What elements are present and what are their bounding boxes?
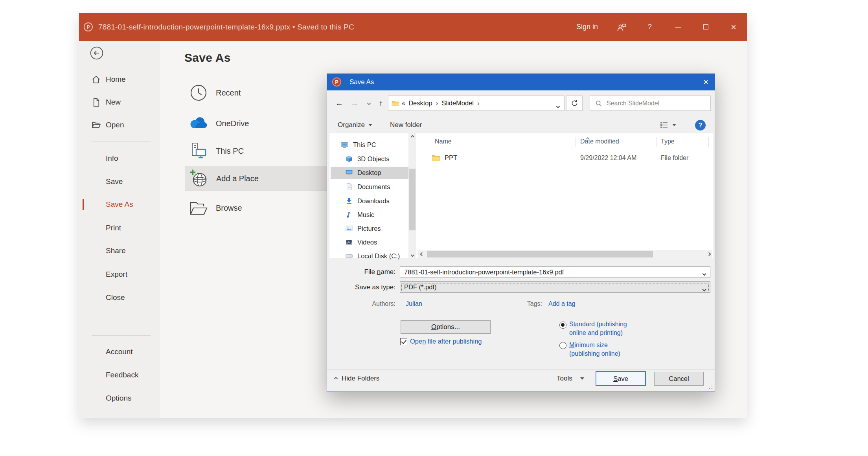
scroll-right-icon[interactable] (705, 250, 712, 258)
view-mode-button[interactable] (659, 117, 676, 133)
add-a-tag-link[interactable]: Add a tag (548, 300, 576, 307)
sidebar-divider (92, 142, 151, 142)
column-header-name[interactable]: Name (435, 136, 452, 147)
column-header-type[interactable]: Type (661, 136, 675, 147)
optimize-minimum-label[interactable]: Minimum size (publishing online) (569, 341, 620, 358)
refresh-button[interactable] (566, 96, 583, 111)
help-ribbon-icon[interactable]: ? (645, 13, 655, 41)
cancel-button[interactable]: Cancel (654, 372, 704, 386)
optimize-standard-label[interactable]: Standard (publishing online and printing… (569, 320, 627, 337)
sidebar-item-save[interactable]: Save (79, 174, 160, 189)
sidebar-item-save-as[interactable]: Save As (79, 197, 160, 212)
sidebar-item-open[interactable]: Open (79, 118, 160, 132)
column-header-date-modified[interactable]: Date modified (580, 136, 619, 147)
organize-menu[interactable]: Organize (338, 117, 372, 133)
tree-item-pictures[interactable]: Pictures (331, 222, 408, 235)
add-place-icon (188, 168, 210, 189)
options-button[interactable]: Options... (401, 320, 491, 334)
sign-in-button[interactable]: Sign in (576, 13, 598, 41)
chevron-down-icon[interactable] (703, 285, 706, 292)
breadcrumb[interactable]: « Desktop › SlideModel › (388, 96, 565, 111)
help-icon[interactable]: ? (695, 120, 706, 131)
column-divider[interactable] (576, 137, 576, 147)
authors-value[interactable]: Julian (406, 300, 422, 307)
place-this-pc[interactable]: This PC (185, 138, 334, 164)
search-box[interactable] (590, 96, 711, 111)
sidebar-item-account[interactable]: Account (79, 344, 160, 359)
scrollbar-thumb[interactable] (427, 251, 653, 257)
tree-item-3d-objects[interactable]: 3D Objects (331, 153, 408, 165)
dialog-close-icon[interactable]: × (703, 74, 708, 90)
breadcrumb-item-slidemodel[interactable]: SlideModel (441, 99, 474, 107)
resize-grip[interactable] (708, 385, 713, 390)
tree-item-documents[interactable]: Documents (331, 181, 408, 193)
new-folder-button[interactable]: New folder (390, 117, 422, 133)
sidebar-item-export[interactable]: Export (79, 267, 160, 282)
sidebar-item-feedback[interactable]: Feedback (79, 368, 160, 382)
tree-item-downloads[interactable]: Downloads (331, 195, 408, 207)
sidebar-item-close[interactable]: Close (79, 290, 160, 305)
save-button[interactable]: Save (596, 371, 646, 386)
scroll-down-icon[interactable] (408, 251, 416, 258)
sidebar-item-print[interactable]: Print (79, 221, 160, 235)
optimize-standard-radio[interactable] (559, 322, 566, 329)
back-button[interactable] (90, 46, 103, 60)
dialog-title: Save As (349, 74, 374, 90)
save-as-type-label: Save as type: (327, 283, 395, 291)
tools-menu[interactable]: Tools (557, 375, 584, 382)
file-row-ppt[interactable]: PPT 9/29/2022 12:04 AM File folder (418, 152, 712, 164)
sidebar-item-new[interactable]: New (79, 95, 160, 110)
new-document-icon (91, 97, 101, 107)
chevron-down-icon (368, 124, 372, 126)
optimize-minimum-radio[interactable] (559, 342, 566, 349)
chevron-down-icon (580, 377, 584, 380)
column-divider[interactable] (708, 137, 709, 147)
search-input[interactable] (607, 100, 697, 107)
nav-up-icon[interactable]: ↑ (375, 96, 386, 111)
save-as-type-select[interactable]: PDF (*.pdf) (400, 281, 710, 293)
tree-item-music[interactable]: Music (331, 209, 408, 221)
powerpoint-app-icon: P (84, 22, 93, 31)
column-divider[interactable] (656, 137, 657, 147)
tree-scrollbar[interactable] (408, 133, 416, 258)
close-button[interactable]: × (729, 13, 738, 41)
presenter-share-icon[interactable] (616, 13, 627, 41)
hide-folders-button[interactable]: Hide Folders (335, 375, 379, 382)
list-horizontal-scrollbar[interactable] (418, 250, 712, 258)
file-name-field[interactable] (400, 266, 710, 278)
nav-forward-icon[interactable]: → (349, 96, 360, 111)
sidebar-item-home[interactable]: Home (79, 72, 160, 87)
chevron-down-icon[interactable] (703, 270, 706, 277)
file-name-input[interactable] (400, 268, 691, 276)
place-add-a-place[interactable]: Add a Place (185, 166, 329, 191)
nav-back-icon[interactable]: ← (334, 96, 344, 111)
sidebar-item-options[interactable]: Options (79, 391, 160, 406)
titlebar-controls: Sign in ? × (576, 13, 738, 41)
scrollbar-thumb[interactable] (409, 169, 416, 230)
breadcrumb-collapse[interactable]: « (402, 99, 405, 107)
breadcrumb-item-desktop[interactable]: Desktop (408, 99, 432, 107)
open-after-publishing-checkbox[interactable] (400, 338, 407, 345)
minimize-button[interactable] (673, 13, 682, 41)
explorer-pane: This PC 3D Objects Desktop Documents Dow… (329, 133, 713, 258)
open-after-publishing-label[interactable]: Open file after publishing (410, 338, 482, 345)
place-recent[interactable]: Recent (185, 80, 334, 105)
tree-item-local-disk-c[interactable]: Local Disk (C:) (331, 250, 408, 262)
dialog-titlebar[interactable]: P Save As × (327, 74, 715, 90)
maximize-button[interactable] (701, 13, 710, 41)
dialog-footer: Hide Folders Tools Save Cancel (327, 369, 715, 392)
tree-item-this-pc[interactable]: This PC (331, 139, 408, 151)
scroll-up-icon[interactable] (408, 133, 416, 140)
sidebar-item-info[interactable]: Info (79, 151, 160, 166)
nav-history-chevron-icon[interactable] (364, 96, 374, 111)
screen: P 7881-01-self-introduction-powerpoint-t… (0, 0, 868, 456)
sidebar-divider (92, 335, 151, 336)
sidebar-item-share[interactable]: Share (79, 243, 160, 258)
place-onedrive[interactable]: OneDrive (185, 111, 334, 136)
scroll-left-icon[interactable] (418, 250, 425, 258)
tree-item-videos[interactable]: Videos (331, 236, 408, 248)
place-browse[interactable]: Browse (185, 195, 334, 221)
address-dropdown-icon[interactable] (557, 102, 559, 109)
onedrive-icon (188, 113, 209, 134)
tree-item-desktop[interactable]: Desktop (331, 167, 408, 179)
